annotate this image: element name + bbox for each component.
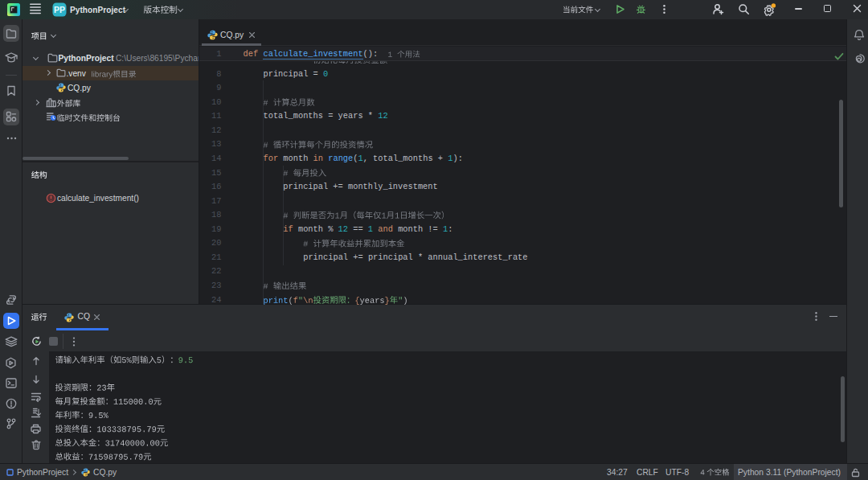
svg-text:PP: PP <box>54 5 65 14</box>
